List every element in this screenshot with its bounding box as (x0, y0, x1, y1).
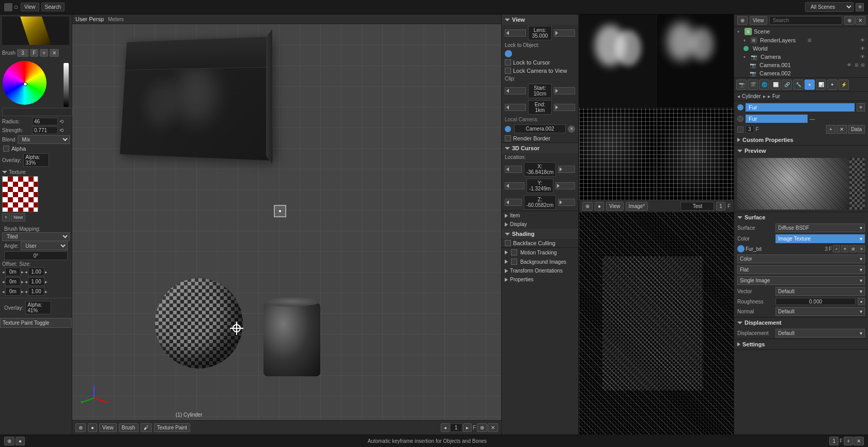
properties-subsection[interactable]: Properties (502, 275, 578, 284)
outliner-scene-row[interactable]: ▾ S Scene (734, 27, 868, 36)
y-coord-value[interactable]: Y: -1.3249m (526, 179, 553, 193)
viewport-view-btn[interactable]: View (99, 423, 117, 432)
brush-x-btn[interactable]: ✕ (50, 49, 59, 57)
custom-props-header[interactable]: Custom Properties (734, 135, 868, 145)
z-right-btn[interactable] (558, 199, 575, 206)
lock-cursor-checkbox[interactable] (505, 59, 511, 66)
color-wheel[interactable] (3, 61, 47, 105)
size-x-field[interactable] (28, 267, 44, 276)
bottom-dot-btn[interactable]: ● (16, 437, 25, 445)
alpha-checkbox[interactable] (3, 146, 9, 152)
node-name-input[interactable] (746, 115, 808, 123)
viewport-paint-icon[interactable]: 🖌 (141, 423, 152, 432)
bg-images-checkbox[interactable] (511, 259, 517, 265)
cursor-section-header[interactable]: 3D Cursor (502, 143, 578, 153)
color-mode-dropdown[interactable]: Color ▾ (737, 254, 865, 263)
outliner-icon-btn[interactable]: ⊕ (737, 16, 748, 25)
img-icon-btn[interactable]: ⊕ (582, 202, 593, 211)
size-z-field[interactable] (28, 287, 44, 296)
brush-plus-btn[interactable]: + (40, 49, 48, 57)
f-button[interactable]: F (30, 49, 38, 57)
prop-scene-btn[interactable]: 🎬 (748, 79, 758, 90)
strength-value[interactable]: 0.771 (32, 126, 58, 134)
outliner-search-input[interactable] (769, 16, 842, 25)
viewport-icon-btn[interactable]: ⊕ (75, 423, 86, 432)
frame-number[interactable]: 1 (450, 423, 462, 432)
mat-plus-btn[interactable]: + (826, 125, 835, 134)
view-section-header[interactable]: View (502, 14, 578, 25)
viewport-canvas[interactable]: X Y Z (1) Cylinder (72, 24, 501, 420)
y-left-btn[interactable] (505, 182, 524, 189)
vp-btn1[interactable]: ⊕ (477, 423, 487, 432)
surface-header[interactable]: Surface (734, 212, 868, 222)
next-frame-btn[interactable]: ▸ (463, 423, 472, 432)
lens-right-btn[interactable] (554, 29, 575, 37)
z-left-btn[interactable] (505, 199, 522, 206)
texture-new-btn[interactable]: New (11, 213, 25, 221)
alpha2-pct[interactable]: Alpha: 41% (25, 301, 51, 314)
normal-dropdown[interactable]: Default ▾ (776, 307, 865, 316)
mat-number[interactable]: 3 (746, 125, 754, 133)
radius-value[interactable]: 46 (32, 118, 58, 125)
displacement-header[interactable]: Displacement (734, 317, 868, 328)
flat-mode-dropdown[interactable]: Flat ▾ (737, 265, 865, 274)
x-coord-value[interactable]: X: -36.8418cm (524, 162, 556, 177)
fur-plus-btn[interactable]: + (833, 245, 840, 252)
roughness-slider[interactable]: 0.000 (776, 298, 856, 305)
fur-txt-label[interactable]: Fur_txt (746, 246, 824, 252)
settings-header[interactable]: Settings (734, 339, 868, 349)
prop-physics-btn[interactable]: ⚡ (839, 79, 849, 90)
material-plus-btn[interactable]: + (857, 103, 865, 111)
alpha-pct[interactable]: Alpha: 33% (23, 153, 49, 167)
prop-particle-btn[interactable]: ✦ (827, 79, 838, 90)
clip-end-value[interactable]: End: 1km (528, 100, 551, 115)
outliner-btn1[interactable]: ⊕ (844, 16, 855, 25)
viewport-tex-paint-btn[interactable]: Texture Paint (154, 423, 190, 432)
bottom-icon-btn[interactable]: ⊕ (4, 437, 14, 445)
item-subsection[interactable]: Item (502, 211, 578, 220)
displacement-dropdown[interactable]: Default ▾ (776, 329, 865, 338)
outliner-camera1-row[interactable]: 📷 Camera.001 👁 ⊞ ⊞ (734, 61, 868, 69)
x-right-btn[interactable] (558, 166, 575, 173)
prop-modifier-btn[interactable]: 🔧 (793, 79, 803, 90)
search-btn[interactable]: Search (41, 3, 65, 11)
y-right-btn[interactable] (555, 182, 575, 189)
render-border-checkbox[interactable] (505, 135, 511, 141)
lens-value[interactable]: Lens: 35.000 (528, 26, 551, 40)
shading-section-header[interactable]: Shading (502, 229, 578, 239)
fur-browse-btn[interactable]: ⊞ (849, 245, 857, 252)
single-image-dropdown[interactable]: Single Image ▾ (737, 276, 865, 285)
roughness-dot-btn[interactable]: ● (858, 298, 865, 305)
outliner-renderlayers-row[interactable]: ▾ R RenderLayers ⊞ 👁 (734, 36, 868, 44)
lock-cursor-row[interactable]: Lock to Cursor (502, 58, 578, 67)
clip-start-right-btn[interactable] (554, 87, 575, 94)
backface-row[interactable]: Backface Culling (502, 239, 578, 247)
motion-tracking-checkbox[interactable] (511, 249, 517, 256)
prop-world-btn[interactable]: 🌐 (759, 79, 769, 90)
brightness-bar[interactable] (64, 63, 69, 107)
scenes-dropdown[interactable]: All Scenes (805, 2, 854, 12)
backface-checkbox[interactable] (505, 240, 511, 246)
tex-paint-toggle-btn[interactable]: Texture Paint Toggle (0, 318, 72, 328)
texture-section-header[interactable]: Texture (2, 169, 70, 175)
fur-x-btn[interactable]: ✕ (841, 245, 848, 252)
img-dot-btn[interactable]: ● (595, 202, 604, 211)
render-border-row[interactable]: Render Border (502, 134, 578, 142)
clip-end-left-btn[interactable] (505, 104, 526, 111)
lens-left-btn[interactable] (505, 29, 526, 37)
lock-camera-row[interactable]: Lock Camera to View (502, 67, 578, 75)
outliner-btn2[interactable]: ✕ (855, 16, 865, 25)
vector-dropdown[interactable]: Default ▾ (776, 287, 865, 296)
brush-mapping-dropdown[interactable]: Tiled (2, 232, 70, 241)
brush-number-field[interactable] (17, 49, 28, 57)
clip-end-right-btn[interactable] (554, 104, 575, 111)
prop-data-btn[interactable]: 📊 (816, 79, 826, 90)
clip-start-left-btn[interactable] (505, 87, 526, 94)
preview-header[interactable]: Preview (734, 146, 868, 156)
outliner-camera-row[interactable]: ▾ 📷 Camera 👁 (734, 53, 868, 61)
current-color-swatch[interactable] (2, 108, 74, 116)
angle-degree-field[interactable] (4, 251, 68, 260)
display-subsection[interactable]: Display (502, 220, 578, 229)
lock-camera-checkbox[interactable] (505, 68, 511, 74)
angle-dropdown[interactable]: User (21, 242, 68, 250)
